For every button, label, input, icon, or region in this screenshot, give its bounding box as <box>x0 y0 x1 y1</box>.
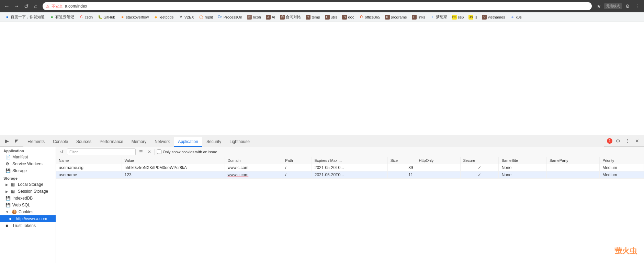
service-workers-icon: ⚙ <box>5 162 10 166</box>
only-issues-text: Only show cookies with an issue <box>163 150 217 154</box>
bookmark-ricoh[interactable]: R ricoh <box>245 14 263 20</box>
cookies-a-icon: ● <box>9 216 14 221</box>
expand-cookies-icon: ▼ <box>5 210 9 214</box>
bookmark-contract[interactable]: 合 合同对比 <box>278 14 303 20</box>
col-header-size[interactable]: Size <box>387 157 416 164</box>
col-header-sameparty[interactable]: SameParty <box>547 157 600 164</box>
sidebar-item-web-sql[interactable]: 💾 Web SQL <box>0 202 56 208</box>
bookmark-utils-icon: U <box>325 15 330 20</box>
sidebar-item-manifest[interactable]: 📄 Manifest <box>0 154 56 160</box>
tab-network[interactable]: Network <box>150 137 174 147</box>
bookmark-vietnames[interactable]: V vietnames <box>480 14 507 20</box>
col-header-domain[interactable]: Domain <box>225 157 282 164</box>
bookmark-ai[interactable]: A AI <box>264 14 277 20</box>
storage-section-header: Storage <box>0 174 56 181</box>
bookmark-baidu[interactable]: ■ 百度一下，你就知道 <box>3 14 47 20</box>
bookmark-office365[interactable]: O office365 <box>357 14 382 20</box>
bookmark-replit[interactable]: ◯ replit <box>197 14 215 20</box>
sidebar-item-storage-overview[interactable]: 💾 Storage <box>0 167 56 174</box>
tab-application[interactable]: Application <box>174 137 202 147</box>
sidebar-item-trust-tokens[interactable]: ■ Trust Tokens <box>0 222 56 229</box>
col-header-priority[interactable]: Priority <box>600 157 644 164</box>
sidebar-item-cookies-a[interactable]: ● http://www.a.com <box>0 215 56 222</box>
bookmark-k8s[interactable]: ⎈ k8s <box>508 14 524 20</box>
cell-httponly <box>416 164 460 171</box>
cell-sameparty <box>547 164 600 171</box>
sidebar-item-local-storage[interactable]: ▶ ▦ Local Storage <box>0 181 56 188</box>
sidebar-item-session-storage[interactable]: ▶ ▦ Session Storage <box>0 188 56 195</box>
bookmark-links[interactable]: L links <box>410 14 427 20</box>
only-issues-checkbox[interactable] <box>157 150 161 154</box>
cell-name: username.sig <box>56 164 122 171</box>
cell-size: 11 <box>387 171 416 179</box>
table-row[interactable]: username.sig 5hhk0c4reNXKiIP0M0ooWPcr8kA… <box>56 164 644 171</box>
cookies-url-label: http://www.a.com <box>16 216 47 221</box>
bookmark-programe[interactable]: P programe <box>383 14 409 20</box>
forward-button[interactable]: → <box>12 2 21 10</box>
tab-performance[interactable]: Performance <box>95 137 127 147</box>
bookmark-v2ex[interactable]: V V2EX <box>177 14 196 20</box>
sidebar-item-cookies[interactable]: ▼ 🍪 Cookies <box>0 208 56 215</box>
col-header-httponly[interactable]: HttpOnly <box>416 157 460 164</box>
bookmark-youdao[interactable]: ■ 有道云笔记 <box>47 14 76 20</box>
session-storage-icon: ▦ <box>11 189 16 194</box>
bookmark-processon-icon: On <box>218 15 223 20</box>
filter-options-button[interactable]: ☰ <box>138 149 144 155</box>
col-header-samesite[interactable]: SameSite <box>499 157 547 164</box>
application-section-header: Application <box>0 147 56 154</box>
cell-sameparty <box>547 171 600 179</box>
tab-console[interactable]: Console <box>49 137 72 147</box>
col-header-value[interactable]: Value <box>122 157 225 164</box>
col-header-path[interactable]: Path <box>282 157 312 164</box>
col-header-secure[interactable]: Secure <box>460 157 499 164</box>
reload-button[interactable]: ↺ <box>22 2 30 10</box>
expand-session-storage-icon: ▶ <box>5 190 8 193</box>
bookmark-temp[interactable]: T temp <box>304 14 322 20</box>
bookmark-star-button[interactable]: ★ <box>595 2 603 10</box>
back-button[interactable]: ← <box>3 2 11 10</box>
close-devtools-button[interactable]: ✕ <box>633 137 641 145</box>
extensions-button[interactable]: ⚙ <box>623 2 632 10</box>
inspect-element-button[interactable]: ▶ <box>3 137 11 145</box>
sidebar-item-service-workers[interactable]: ⚙ Service Workers <box>0 160 56 167</box>
col-header-expires[interactable]: Expires / Max-... <box>312 157 387 164</box>
sidebar-item-indexeddb[interactable]: 💾 IndexedDB <box>0 195 56 202</box>
no-sandbox-badge: 无痕模式 <box>604 3 622 9</box>
menu-button[interactable]: ⋮ <box>633 2 641 10</box>
bookmark-csdn[interactable]: C csdn <box>77 14 95 20</box>
tab-security[interactable]: Security <box>202 137 225 147</box>
bookmark-js[interactable]: JS js <box>466 14 479 20</box>
clear-cookies-button[interactable]: ✕ <box>146 149 152 155</box>
device-toolbar-button[interactable]: ◤ <box>12 137 21 145</box>
toolbar-separator <box>155 149 155 155</box>
only-issues-checkbox-label[interactable]: Only show cookies with an issue <box>157 150 217 154</box>
bookmark-csdn-icon: C <box>79 15 84 20</box>
tab-sources[interactable]: Sources <box>72 137 95 147</box>
tab-elements[interactable]: Elements <box>23 137 49 147</box>
bookmark-utils[interactable]: U utils <box>323 14 340 20</box>
cookies-data-table: Name Value Domain Path Expires / Max-...… <box>56 157 644 179</box>
bookmark-leetcode[interactable]: ◆ leetcode <box>151 14 176 20</box>
settings-button[interactable]: ⚙ <box>614 137 622 145</box>
bookmark-github[interactable]: 🐛 GitHub <box>95 14 117 20</box>
col-header-name[interactable]: Name <box>56 157 122 164</box>
table-row[interactable]: username 123 www.c.com / 2021-05-20T0...… <box>56 171 644 179</box>
bookmark-so-icon: ■ <box>120 15 125 20</box>
bookmark-baidu-icon: ■ <box>5 15 10 20</box>
cell-path: / <box>282 164 312 171</box>
bookmark-es6[interactable]: ES es6 <box>450 14 466 20</box>
address-bar[interactable]: ⚠ 不安全 a.com/index <box>43 2 592 10</box>
more-options-button[interactable]: ⋮ <box>623 137 632 145</box>
bookmark-dreamhome[interactable]: ♀ 梦想家 <box>428 14 449 20</box>
bookmark-doc[interactable]: D doc <box>340 14 356 20</box>
home-button[interactable]: ⌂ <box>32 2 40 10</box>
tab-memory[interactable]: Memory <box>127 137 150 147</box>
bookmark-stackoverflow[interactable]: ■ stackoverflow <box>118 14 151 20</box>
devtools-right-controls: 1 ⚙ ⋮ ✕ <box>604 135 644 146</box>
tab-lighthouse[interactable]: Lighthouse <box>225 137 254 147</box>
cookies-filter-input[interactable] <box>67 148 136 155</box>
refresh-cookies-button[interactable]: ↺ <box>59 149 65 155</box>
bookmark-processon[interactable]: On ProcessOn <box>216 14 244 20</box>
bookmark-js-icon: JS <box>468 15 473 20</box>
manifest-icon: 📄 <box>5 155 10 159</box>
